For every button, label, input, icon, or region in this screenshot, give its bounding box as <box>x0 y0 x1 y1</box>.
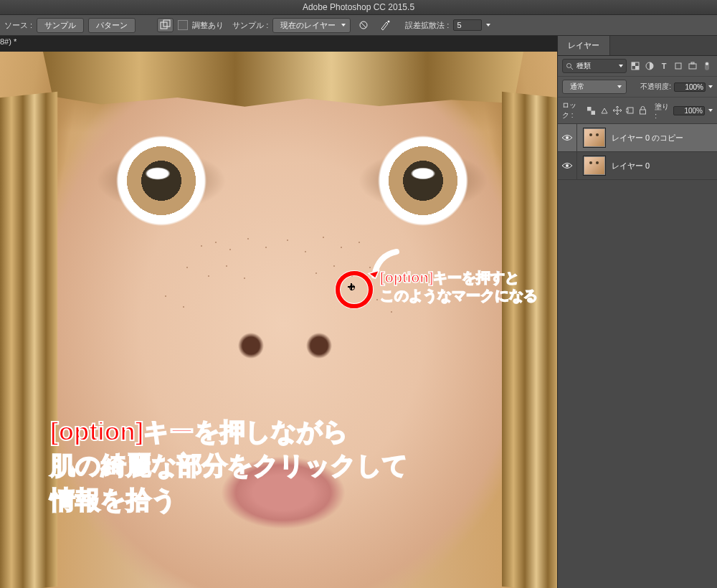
caret-down-icon[interactable] <box>486 24 490 27</box>
annotation-large: [option]キーを押しながら 肌の綺麗な部分をクリックして 情報を拾う <box>50 414 408 516</box>
opacity-label: 不透明度: <box>640 82 671 92</box>
title-bar: Adobe Photoshop CC 2015.5 <box>0 0 717 15</box>
layer-thumbnail[interactable] <box>583 128 606 148</box>
filter-toggle-icon[interactable] <box>701 60 713 72</box>
filter-pixel-icon[interactable] <box>630 60 641 72</box>
caret-down-icon <box>341 24 346 27</box>
filter-smart-icon[interactable] <box>687 60 698 72</box>
svg-line-6 <box>571 67 573 70</box>
caret-down-icon <box>617 85 622 88</box>
options-bar: ソース : サンプル パターン 調整あり サンプル : 現在のレイヤー 誤差拡散… <box>0 15 717 36</box>
sample-dropdown[interactable]: 現在のレイヤー <box>272 18 351 33</box>
layer-list: レイヤー 0 のコピー レイヤー 0 <box>558 124 717 588</box>
lock-all-icon[interactable] <box>638 105 647 116</box>
visibility-toggle[interactable] <box>558 152 577 179</box>
source-sample-button[interactable]: サンプル <box>37 18 84 33</box>
pressure-icon[interactable] <box>376 16 394 34</box>
diffusion-label: 誤差拡散法 : <box>405 20 449 31</box>
blend-mode-dropdown[interactable]: 通常 <box>562 80 627 94</box>
crosshair-cursor-icon <box>348 283 355 290</box>
layer-name[interactable]: レイヤー 0 <box>612 161 650 171</box>
fill-input[interactable]: 100% <box>673 106 705 115</box>
caret-down-icon[interactable] <box>708 85 713 88</box>
aligned-label: 調整あり <box>192 20 224 31</box>
caret-down-icon[interactable] <box>708 109 713 112</box>
svg-rect-21 <box>626 109 628 112</box>
svg-point-15 <box>706 62 708 65</box>
lock-transparent-icon[interactable] <box>587 105 596 116</box>
svg-rect-22 <box>640 110 646 114</box>
canvas[interactable]: 8#) * [option]キーを押すと このようなマークになる [option… <box>0 36 557 588</box>
source-label: ソース : <box>4 20 32 31</box>
layer-thumbnail[interactable] <box>583 156 606 176</box>
layer-row[interactable]: レイヤー 0 のコピー <box>558 124 717 152</box>
filter-adjust-icon[interactable] <box>644 60 655 72</box>
source-pattern-button[interactable]: パターン <box>88 18 136 33</box>
opacity-input[interactable]: 100% <box>674 82 706 92</box>
ignore-adjustment-icon[interactable] <box>355 16 372 34</box>
lock-position-icon[interactable] <box>612 105 622 116</box>
clone-source-icon[interactable] <box>157 18 174 32</box>
visibility-toggle[interactable] <box>558 124 577 151</box>
diffusion-input[interactable]: 5 <box>453 19 482 31</box>
annotation-small: [option]キーを押すと このようなマークになる <box>380 269 538 305</box>
eye-icon <box>561 133 573 142</box>
svg-point-24 <box>566 164 569 167</box>
caret-down-icon <box>619 65 623 67</box>
svg-rect-12 <box>689 64 696 69</box>
lock-image-icon[interactable] <box>599 105 609 116</box>
layer-row[interactable]: レイヤー 0 <box>558 152 717 180</box>
svg-rect-8 <box>632 62 635 66</box>
tab-layers[interactable]: レイヤー <box>558 36 610 55</box>
filter-shape-icon[interactable] <box>673 60 684 72</box>
svg-point-4 <box>388 21 390 23</box>
svg-rect-13 <box>691 62 694 64</box>
fill-label: 塗り : <box>655 102 670 120</box>
lock-label: ロック : <box>562 100 583 120</box>
svg-rect-17 <box>592 110 596 115</box>
layers-panel: レイヤー 種類 T 通常 不透明度: 100% ロック : <box>557 36 717 588</box>
layer-name[interactable]: レイヤー 0 のコピー <box>612 133 683 143</box>
svg-rect-11 <box>675 63 681 69</box>
search-icon <box>566 62 574 70</box>
panel-tabs: レイヤー <box>558 36 717 56</box>
svg-rect-16 <box>587 107 592 111</box>
sample-label: サンプル : <box>232 20 268 31</box>
layer-filter-dropdown[interactable]: 種類 <box>562 59 627 73</box>
svg-rect-9 <box>635 66 639 70</box>
svg-point-5 <box>567 63 571 67</box>
eye-icon <box>561 161 573 170</box>
svg-point-23 <box>566 136 569 139</box>
lock-artboard-icon[interactable] <box>625 105 635 116</box>
filter-type-icon[interactable]: T <box>658 60 670 72</box>
aligned-checkbox[interactable] <box>178 20 188 30</box>
svg-line-3 <box>361 22 366 28</box>
document-tab[interactable]: 8#) * <box>0 37 16 46</box>
